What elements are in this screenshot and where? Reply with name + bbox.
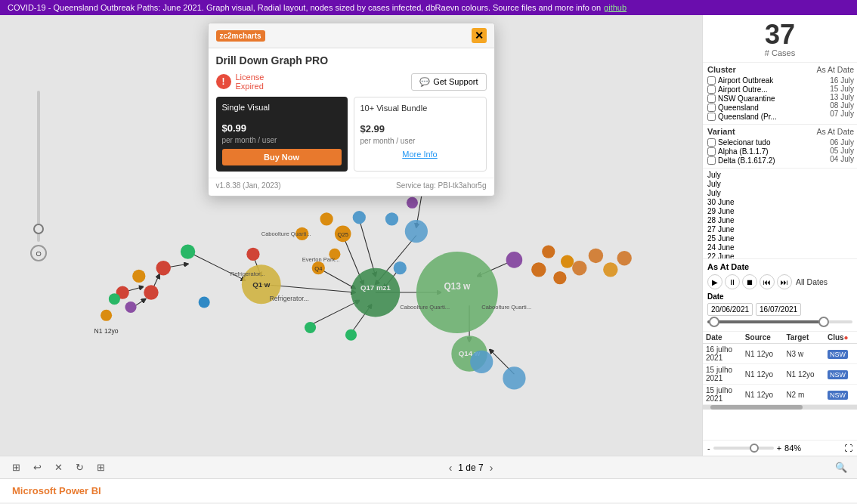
license-expired: ! License Expired [216,73,265,91]
variant-item-0[interactable]: Selecionar tudo [707,138,812,147]
pause-button[interactable]: ⏸ [725,274,740,289]
variant-item-1[interactable]: Alpha (B.1.1.7) [707,147,812,156]
bundle-card: 10+ Visual Bundle $2.99 per month / user… [354,97,487,172]
cell-cluster-0: NSW [825,344,857,364]
modal: zc2mcharts ✕ Drill Down Graph PRO ! Lice… [208,23,495,196]
table-row: 15 julho2021 N1 12yo N1 12yo NSW [703,364,857,385]
extra-dates-list[interactable]: July July July 30 June 29 June 28 June 2… [703,169,857,259]
col-source: Source [742,332,784,344]
bottom-table[interactable]: Date Source Target Clus● 16 julho2021 N1… [703,331,857,440]
search-icon[interactable]: 🔍 [833,459,849,476]
cell-cluster-2: NSW [825,385,857,405]
more-info-link[interactable]: More Info [360,150,480,159]
cluster-label-2: NSW Quarantine [718,94,812,103]
slider-thumb-right[interactable] [818,317,829,327]
cell-source-2: N1 12yo [742,385,784,405]
cluster-check-1[interactable] [707,85,716,94]
zoom-plus[interactable]: + [777,444,781,453]
graph-area[interactable]: Q13 w Q17 mz1 Q1 w Q14 w Q19 v [0,15,702,456]
cases-count: 37 # Cases [703,15,857,63]
close-button[interactable]: ✕ [50,459,67,476]
main-content: Q13 w Q17 mz1 Q1 w Q14 w Q19 v [0,15,857,456]
modal-overlay: zc2mcharts ✕ Drill Down Graph PRO ! Lice… [0,15,702,456]
date-from[interactable]: 20/06/2021 [707,303,753,316]
cluster-item-4[interactable]: Queensland (Pr... [707,113,812,121]
extra-date-item-3: 30 June [707,198,854,206]
cluster-label-3: Queensland [718,104,812,112]
variant-date-2: 04 July [812,155,854,163]
cluster-check-4[interactable] [707,113,716,121]
modal-pricing: Single Visual $0.99 per month / user Buy… [209,97,494,178]
grid-button[interactable]: ⊞ [92,459,109,476]
next-page-button[interactable]: › [490,462,493,474]
cluster-item-3[interactable]: Queensland [707,104,812,112]
page-indicator: 1 de 7 [458,462,483,473]
modal-close-button[interactable]: ✕ [472,28,487,43]
date-slider-track[interactable] [707,320,852,323]
error-icon: ! [216,74,231,89]
timeline-controls[interactable]: ▶ ⏸ ⏹ ⏮ ⏭ All Dates [707,274,852,289]
modal-version: v1.8.38 (Jan, 2023) [216,181,281,190]
top-banner: COVID-19 - Queensland Outbreak Paths: Ju… [0,0,857,15]
fullscreen-icon[interactable]: ⛶ [844,444,852,453]
variant-item-2[interactable]: Delta (B.1.617.2) [707,156,812,165]
zoom-minus[interactable]: - [707,444,710,453]
table-row: 16 julho2021 N1 12yo N3 w NSW [703,344,857,364]
single-visual-title: Single Visual [222,103,342,112]
cluster-check-3[interactable] [707,104,716,112]
buy-now-button[interactable]: Buy Now [222,149,342,165]
single-visual-price: $0.99 [222,115,342,136]
cluster-label-4: Queensland (Pr... [718,113,812,121]
support-icon: 💬 [419,77,430,87]
modal-service-tag: Service tag: PBI-tk3ahor5g [396,181,487,190]
refresh-button[interactable]: ↻ [71,459,88,476]
prev-page-button[interactable]: ‹ [449,462,453,474]
cluster-item-1[interactable]: Airport Outre... [707,85,812,94]
cluster-check-2[interactable] [707,94,716,103]
play-button[interactable]: ▶ [707,274,722,289]
extra-dates-labels: July July July 30 June 29 June 28 June 2… [707,170,854,259]
home-button[interactable]: ⊞ [8,459,24,476]
prev-button[interactable]: ⏮ [760,274,775,289]
extra-date-item-5: 28 June [707,216,854,224]
back-button[interactable]: ↩ [29,459,45,476]
modal-license: ! License Expired 💬 Get Support [209,70,494,97]
footer: Microsoft Power BI [0,478,857,502]
col-date: Date [703,332,742,344]
extra-date-item-0: July [707,171,854,179]
variant-check-2[interactable] [707,156,716,165]
variant-dates-col: As At Date 06 July 05 July 04 July [812,125,857,168]
cell-cluster-1: NSW [825,364,857,385]
variant-section: Variant Selecionar tudo Alpha (B.1.1.7) … [703,125,857,169]
modal-footer: v1.8.38 (Jan, 2023) Service tag: PBI-tk3… [209,178,494,196]
stop-button[interactable]: ⏹ [742,274,757,289]
get-support-button[interactable]: 💬 Get Support [411,73,486,91]
cluster-check-0[interactable] [707,76,716,85]
bottom-toolbar: ⊞ ↩ ✕ ↻ ⊞ ‹ 1 de 7 › 🔍 [0,456,857,478]
extra-date-item-2: July [707,189,854,197]
github-link[interactable]: github [604,3,627,12]
right-panel: 37 # Cases Cluster Airport Outbreak Airp… [702,15,857,456]
variant-check-0[interactable] [707,138,716,147]
next-button[interactable]: ⏭ [777,274,792,289]
slider-thumb-left[interactable] [709,317,719,327]
date-to[interactable]: 16/07/2021 [756,303,801,316]
col-cluster: Clus● [825,332,857,344]
zoom-slider[interactable] [713,447,774,450]
variant-check-1[interactable] [707,147,716,156]
table-hscrollbar[interactable] [703,405,857,410]
timeline-section: As At Date ▶ ⏸ ⏹ ⏮ ⏭ All Dates Date 20/0… [703,259,857,331]
bundle-title: 10+ Visual Bundle [360,104,480,113]
cluster-section: Cluster Airport Outbreak Airport Outre..… [703,63,857,125]
cluster-date-1: 15 July [812,85,854,93]
date-label: Date [707,292,852,301]
cluster-dates-col: As At Date 16 July 15 July 13 July 08 Ju… [812,63,857,124]
date-range: 20/06/2021 16/07/2021 [707,303,852,316]
cluster-item-2[interactable]: NSW Quarantine [707,94,812,103]
extra-date-item-1: July [707,180,854,188]
microsoft-power-bi-link[interactable]: Microsoft Power BI [12,485,101,496]
zoom-controls[interactable]: - + 84% ⛶ [703,440,857,456]
table-row: 15 julho2021 N1 12yo N2 m NSW [703,385,857,405]
cluster-item-0[interactable]: Airport Outbreak [707,76,812,85]
variant-header: Variant [707,127,812,136]
